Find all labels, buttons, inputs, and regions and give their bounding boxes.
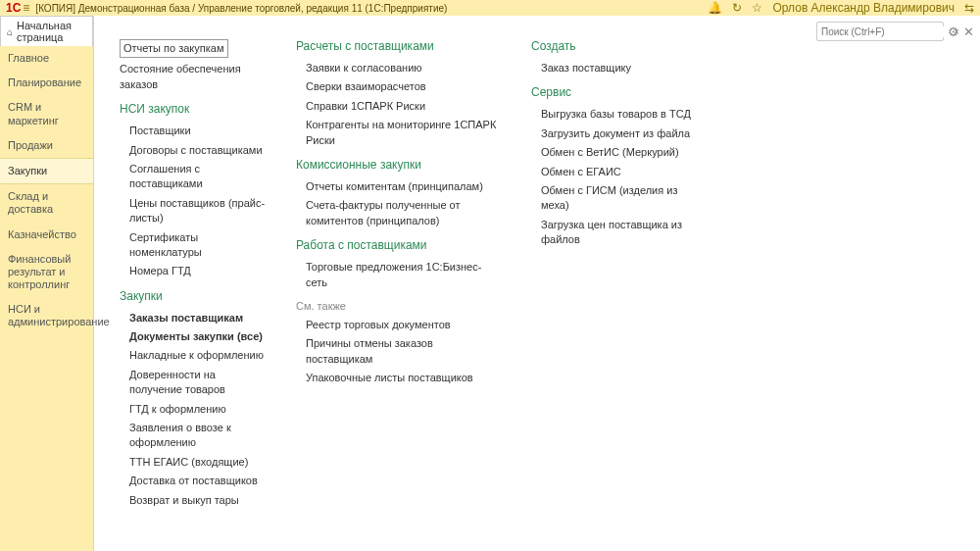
- bell-icon[interactable]: 🔔: [708, 1, 722, 15]
- section-commission[interactable]: Комиссионные закупки: [296, 158, 502, 172]
- link-suppliers[interactable]: Поставщики: [120, 122, 267, 140]
- search-input[interactable]: [817, 26, 950, 37]
- link-invoices-received[interactable]: Счета-фактуры полученные от комитентов (…: [296, 196, 502, 230]
- history-icon[interactable]: ↻: [732, 1, 742, 15]
- sidebar-item-planning[interactable]: Планирование: [0, 71, 93, 95]
- sidebar-item-main[interactable]: Главное: [0, 46, 93, 71]
- section-nsi-purchases[interactable]: НСИ закупок: [120, 102, 267, 116]
- window-title: [КОПИЯ] Демонстрационная база / Управлен…: [35, 3, 708, 14]
- link-import-statements[interactable]: Заявления о ввозе к оформлению: [120, 419, 267, 453]
- link-gism[interactable]: Обмен с ГИСМ (изделия из меха): [531, 181, 693, 216]
- section-create[interactable]: Создать: [531, 39, 693, 53]
- link-export-tsd[interactable]: Выгрузка базы товаров в ТСД: [531, 105, 693, 124]
- link-approval-requests[interactable]: Заявки к согласованию: [296, 59, 502, 77]
- link-cancel-reasons[interactable]: Причины отмены заказов поставщикам: [296, 334, 502, 369]
- link-trade-registry[interactable]: Реестр торговых документов: [296, 316, 502, 334]
- section-settlements[interactable]: Расчеты с поставщиками: [296, 39, 502, 53]
- link-gtd-pending[interactable]: ГТД к оформлению: [120, 400, 267, 419]
- link-egais[interactable]: Обмен с ЕГАИС: [531, 163, 693, 181]
- link-invoices-pending[interactable]: Накладные к оформлению: [120, 346, 267, 365]
- sidebar: ⌂ Начальная страница Главное Планировани…: [0, 16, 94, 551]
- see-also-label: См. также: [296, 300, 502, 312]
- sidebar-item-crm[interactable]: CRM и маркетинг: [0, 95, 93, 132]
- section-service[interactable]: Сервис: [531, 85, 693, 99]
- link-load-prices[interactable]: Загрузка цен поставщика из файлов: [531, 216, 693, 250]
- link-orders-suppliers[interactable]: Заказы поставщикам: [120, 309, 267, 327]
- search-box[interactable]: ×: [816, 22, 944, 41]
- link-trade-offers[interactable]: Торговые предложения 1С:Бизнес-сеть: [296, 258, 502, 292]
- link-ttn-egais[interactable]: ТТН ЕГАИС (входящие): [120, 453, 267, 472]
- sidebar-item-purchases[interactable]: Закупки: [0, 158, 93, 184]
- column-2: Расчеты с поставщиками Заявки к согласов…: [296, 39, 502, 510]
- link-reports-purchases[interactable]: Отчеты по закупкам: [120, 39, 228, 58]
- app-logo: 1С: [6, 1, 21, 15]
- section-purchases[interactable]: Закупки: [120, 289, 267, 303]
- home-icon: ⌂: [7, 26, 13, 37]
- gear-icon[interactable]: ⚙: [948, 25, 959, 39]
- link-load-doc[interactable]: Загрузить документ из файла: [531, 125, 693, 143]
- link-return-tare[interactable]: Возврат и выкуп тары: [120, 491, 267, 510]
- title-bar: 1С ≡ [КОПИЯ] Демонстрационная база / Упр…: [0, 0, 980, 16]
- link-supplier-contracts[interactable]: Договоры с поставщиками: [120, 141, 267, 160]
- hamburger-icon[interactable]: ≡: [23, 1, 29, 15]
- user-name[interactable]: Орлов Александр Владимирович: [772, 1, 955, 15]
- sidebar-item-finance[interactable]: Финансовый результат и контроллинг: [0, 247, 93, 298]
- link-gtd-numbers[interactable]: Номера ГТД: [120, 262, 267, 280]
- close-icon[interactable]: ✕: [963, 25, 974, 39]
- home-tab[interactable]: ⌂ Начальная страница: [0, 16, 93, 46]
- star-icon[interactable]: ☆: [752, 1, 762, 15]
- settings-icon[interactable]: ⇆: [964, 1, 974, 15]
- home-tab-label: Начальная страница: [17, 20, 86, 43]
- titlebar-right: 🔔 ↻ ☆ Орлов Александр Владимирович ⇆: [708, 1, 974, 15]
- main-content: × ⚙ ✕ Отчеты по закупкам Состояние обесп…: [94, 16, 980, 551]
- section-supplier-work[interactable]: Работа с поставщиками: [296, 238, 502, 252]
- link-spark-monitoring[interactable]: Контрагенты на мониторинге 1СПАРК Риски: [296, 116, 502, 150]
- link-committee-reports[interactable]: Отчеты комитентам (принципалам): [296, 177, 502, 196]
- content-toolbar: × ⚙ ✕: [816, 22, 974, 41]
- sidebar-item-treasury[interactable]: Казначейство: [0, 223, 93, 247]
- sidebar-item-warehouse[interactable]: Склад и доставка: [0, 184, 93, 222]
- link-delivery[interactable]: Доставка от поставщиков: [120, 472, 267, 490]
- column-1: Отчеты по закупкам Состояние обеспечения…: [120, 39, 267, 510]
- link-supply-status[interactable]: Состояние обеспечения заказов: [120, 60, 267, 94]
- link-create-order[interactable]: Заказ поставщику: [531, 59, 693, 77]
- sidebar-item-sales[interactable]: Продажи: [0, 133, 93, 158]
- link-supplier-agreements[interactable]: Соглашения с поставщиками: [120, 160, 267, 194]
- link-certificates[interactable]: Сертификаты номенклатуры: [120, 228, 267, 263]
- link-supplier-prices[interactable]: Цены поставщиков (прайс-листы): [120, 194, 267, 228]
- link-spark-reports[interactable]: Справки 1СПАРК Риски: [296, 97, 502, 116]
- link-vetis[interactable]: Обмен с ВетИС (Меркурий): [531, 143, 693, 162]
- link-purchase-docs[interactable]: Документы закупки (все): [120, 327, 267, 346]
- link-reconciliations[interactable]: Сверки взаиморасчетов: [296, 77, 502, 96]
- link-packing-lists[interactable]: Упаковочные листы поставщиков: [296, 369, 502, 387]
- link-powers-attorney[interactable]: Доверенности на получение товаров: [120, 366, 267, 400]
- sidebar-item-admin[interactable]: НСИ и администрирование: [0, 297, 93, 334]
- column-3: Создать Заказ поставщику Сервис Выгрузка…: [531, 39, 693, 510]
